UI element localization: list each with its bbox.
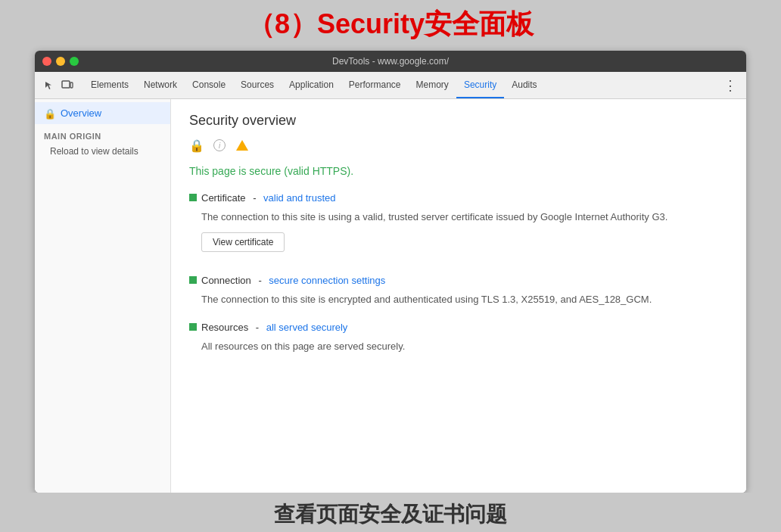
view-certificate-button[interactable]: View certificate <box>201 232 285 252</box>
traffic-lights <box>42 57 79 66</box>
reload-label: Reload to view details <box>50 146 138 157</box>
tab-sources[interactable]: Sources <box>233 72 282 98</box>
close-button[interactable] <box>42 57 51 66</box>
bottom-bar: 查看页面安全及证书问题 <box>0 493 781 532</box>
cursor-icon[interactable] <box>42 79 56 92</box>
tab-memory[interactable]: Memory <box>409 72 456 98</box>
tab-performance[interactable]: Performance <box>341 72 409 98</box>
certificate-header: Certificate - valid and trusted <box>189 192 728 204</box>
main-origin-label: Main origin <box>44 132 101 141</box>
resources-link[interactable]: all served securely <box>266 322 348 333</box>
green-lock-icon[interactable]: 🔒 <box>189 138 204 153</box>
connection-link[interactable]: secure connection settings <box>269 275 385 286</box>
sidebar-item-overview[interactable]: 🔒 Overview <box>35 102 170 124</box>
main-panel: Security overview 🔒 i This page is secur… <box>171 99 746 493</box>
device-icon[interactable] <box>61 79 74 92</box>
bottom-text: 查看页面安全及证书问题 <box>274 502 507 526</box>
lock-icon: 🔒 <box>44 108 54 119</box>
devtools-body: 🔒 Overview Main origin Reload to view de… <box>35 99 746 493</box>
tab-console[interactable]: Console <box>185 72 233 98</box>
minimize-button[interactable] <box>56 57 65 66</box>
sidebar-reload-item[interactable]: Reload to view details <box>35 142 170 160</box>
tab-elements[interactable]: Elements <box>83 72 136 98</box>
connection-description: The connection to this site is encrypted… <box>201 292 728 307</box>
tab-network[interactable]: Network <box>136 72 185 98</box>
certificate-description: The connection to this site is using a v… <box>201 210 728 225</box>
certificate-section: Certificate - valid and trusted The conn… <box>189 192 728 260</box>
connection-header: Connection - secure connection settings <box>189 275 728 286</box>
certificate-green-square <box>189 194 197 201</box>
security-overview-title: Security overview <box>189 113 728 129</box>
sidebar-section-origins: Main origin <box>35 124 170 142</box>
devtools-window: DevTools - www.google.com/ Elements Netw… <box>35 51 746 493</box>
connection-green-square <box>189 276 197 284</box>
window-title: DevTools - www.google.com/ <box>332 56 449 67</box>
page-title-bar: （8）Security安全面板 <box>0 0 781 51</box>
maximize-button[interactable] <box>70 57 79 66</box>
certificate-label: Certificate <box>201 192 246 204</box>
tabs-bar: Elements Network Console Sources Applica… <box>35 72 746 99</box>
warning-icon[interactable] <box>235 138 250 153</box>
devtools-icons <box>38 72 79 98</box>
page-title: （8）Security安全面板 <box>247 8 534 39</box>
svg-rect-0 <box>62 81 70 88</box>
security-icon-row: 🔒 i <box>189 138 728 153</box>
secure-status-text: This page is secure (valid HTTPS). <box>189 165 728 177</box>
svg-rect-1 <box>70 82 73 88</box>
sidebar: 🔒 Overview Main origin Reload to view de… <box>35 99 171 493</box>
resources-header: Resources - all served securely <box>189 322 728 333</box>
title-bar: DevTools - www.google.com/ <box>35 51 746 72</box>
sidebar-overview-label: Overview <box>61 107 101 119</box>
more-menu-button[interactable]: ⋮ <box>717 72 743 98</box>
resources-label: Resources <box>201 322 248 333</box>
info-icon[interactable]: i <box>212 138 227 153</box>
connection-section: Connection - secure connection settings … <box>189 275 728 307</box>
tab-security[interactable]: Security <box>456 72 504 98</box>
tab-audits[interactable]: Audits <box>504 72 544 98</box>
connection-label: Connection <box>201 275 251 286</box>
resources-green-square <box>189 323 197 331</box>
tab-application[interactable]: Application <box>282 72 341 98</box>
resources-description: All resources on this page are served se… <box>201 339 728 354</box>
resources-section: Resources - all served securely All reso… <box>189 322 728 354</box>
certificate-link[interactable]: valid and trusted <box>263 192 335 204</box>
